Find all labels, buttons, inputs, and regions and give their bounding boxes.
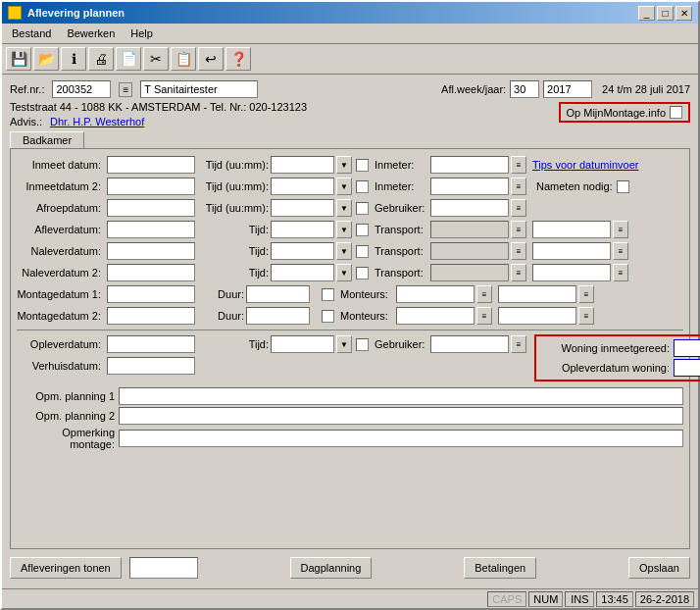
- tijd-dropdown-3[interactable]: ▼: [336, 199, 352, 217]
- ref-icon[interactable]: ≡: [119, 82, 132, 97]
- afleveringen-tonen-button[interactable]: Afleveringen tonen: [10, 557, 122, 579]
- tips-link[interactable]: Tips voor datuminvoer: [532, 159, 638, 171]
- tijd-dropdown-4[interactable]: ▼: [336, 221, 352, 238]
- save-toolbar-button[interactable]: 💾: [6, 47, 31, 71]
- advisor-link[interactable]: Dhr. H.P. Westerhof: [50, 116, 144, 127]
- tijd-input-1[interactable]: [271, 156, 334, 174]
- opslaan-button[interactable]: Opslaan: [628, 557, 690, 579]
- transport-list-btn-3[interactable]: ≡: [511, 264, 526, 281]
- tijd-dropdown-2[interactable]: ▼: [336, 178, 352, 195]
- transport-list-btn-1[interactable]: ≡: [511, 221, 526, 238]
- minimize-button[interactable]: _: [638, 6, 655, 21]
- dagplanning-button[interactable]: Dagplanning: [290, 557, 373, 579]
- gebruiker-input-1[interactable]: [430, 199, 509, 217]
- monteurs-right-list-btn-2[interactable]: ≡: [578, 307, 594, 325]
- transport-input-1[interactable]: [430, 221, 509, 238]
- montage-checkbox-2[interactable]: [322, 310, 334, 323]
- nameten-checkbox[interactable]: [617, 180, 629, 193]
- transport-right-input-2[interactable]: [532, 242, 611, 260]
- print-toolbar-button[interactable]: 🖨: [88, 47, 114, 71]
- monteurs-list-btn-2[interactable]: ≡: [476, 307, 492, 325]
- monteurs-input-1[interactable]: [396, 285, 475, 303]
- opmerking-montage-input[interactable]: [119, 430, 683, 447]
- tijd-dropdown-1[interactable]: ▼: [336, 156, 352, 174]
- tijd-dropdown-5[interactable]: ▼: [336, 242, 352, 260]
- duur-input-1[interactable]: [246, 285, 310, 303]
- transport-right-input-1[interactable]: [532, 221, 611, 238]
- tijd-input-3[interactable]: [271, 199, 334, 217]
- oplever-gebruiker-input[interactable]: [430, 335, 509, 353]
- oplever-datum-input[interactable]: [107, 335, 195, 353]
- opleverdatum-woning-input[interactable]: [674, 359, 700, 377]
- checkbox-1[interactable]: [356, 159, 369, 172]
- transport-list-btn-2[interactable]: ≡: [511, 242, 526, 260]
- week-input[interactable]: [510, 80, 539, 98]
- info-toolbar-button[interactable]: ℹ: [61, 47, 86, 71]
- woning-inmeetgereed-label: Woning inmeetgereed:: [542, 342, 670, 354]
- duur-input-2[interactable]: [246, 307, 310, 325]
- menu-help[interactable]: Help: [125, 25, 159, 41]
- betalingen-button[interactable]: Betalingen: [464, 557, 536, 579]
- inmeter-input-2[interactable]: [430, 178, 509, 195]
- checkbox-6[interactable]: [356, 267, 369, 280]
- checkbox-4[interactable]: [356, 224, 369, 236]
- checkbox-5[interactable]: [356, 245, 369, 258]
- paste-toolbar-button[interactable]: 📋: [171, 47, 196, 71]
- tijd-input-6[interactable]: [271, 264, 334, 281]
- monteurs-right-input-1[interactable]: [498, 285, 576, 303]
- tijd-input-2[interactable]: [271, 178, 334, 195]
- oplever-checkbox[interactable]: [356, 338, 369, 351]
- gebruiker-list-btn-1[interactable]: ≡: [511, 199, 526, 217]
- ref-input[interactable]: [52, 80, 111, 98]
- inmeter-list-btn-1[interactable]: ≡: [511, 156, 526, 174]
- menu-bewerken[interactable]: Bewerken: [61, 25, 121, 41]
- transport-input-3[interactable]: [430, 264, 509, 281]
- monteurs-input-2[interactable]: [396, 307, 475, 325]
- tijd-input-5[interactable]: [271, 242, 334, 260]
- monteurs-right-input-2[interactable]: [498, 307, 576, 325]
- copy-toolbar-button[interactable]: 📄: [116, 47, 141, 71]
- woning-inmeetgereed-input[interactable]: [674, 339, 700, 357]
- inmeet-datum2-input[interactable]: [107, 178, 195, 195]
- checkbox-3[interactable]: [356, 202, 369, 215]
- verhuis-datum-input[interactable]: [107, 357, 195, 375]
- montage-datum2-input[interactable]: [107, 307, 195, 325]
- aflever-datum-input[interactable]: [107, 221, 195, 238]
- name-input[interactable]: [140, 80, 258, 98]
- spacer-input[interactable]: [129, 557, 198, 579]
- tab-badkamer[interactable]: Badkamer: [10, 131, 84, 148]
- transport-right-list-btn-3[interactable]: ≡: [613, 264, 628, 281]
- mijnmontage-checkbox[interactable]: [670, 106, 682, 119]
- help-toolbar-button[interactable]: ❓: [225, 47, 251, 71]
- nalever-datum2-input[interactable]: [107, 264, 195, 281]
- opm-planning1-input[interactable]: [119, 387, 683, 405]
- opm-planning2-input[interactable]: [119, 407, 683, 425]
- checkbox-2[interactable]: [356, 180, 369, 193]
- open-toolbar-button[interactable]: 📂: [33, 47, 59, 71]
- transport-right-list-btn-1[interactable]: ≡: [613, 221, 628, 238]
- inmeter-list-btn-2[interactable]: ≡: [511, 178, 526, 195]
- time-indicator: 13:45: [596, 591, 633, 607]
- montage-datum1-input[interactable]: [107, 285, 195, 303]
- monteurs-list-btn-1[interactable]: ≡: [476, 285, 492, 303]
- tijd-input-4[interactable]: [271, 221, 334, 238]
- transport-right-list-btn-2[interactable]: ≡: [613, 242, 628, 260]
- montage-checkbox-1[interactable]: [322, 288, 334, 301]
- year-input[interactable]: [543, 80, 592, 98]
- maximize-button[interactable]: □: [657, 6, 674, 21]
- undo-toolbar-button[interactable]: ↩: [198, 47, 224, 71]
- transport-input-2[interactable]: [430, 242, 509, 260]
- afroep-datum-input[interactable]: [107, 199, 195, 217]
- oplever-tijd-dropdown[interactable]: ▼: [336, 335, 352, 353]
- transport-right-input-3[interactable]: [532, 264, 611, 281]
- menu-bestand[interactable]: Bestand: [6, 25, 57, 41]
- tijd-dropdown-6[interactable]: ▼: [336, 264, 352, 281]
- monteurs-right-list-btn-1[interactable]: ≡: [578, 285, 594, 303]
- oplever-gebruiker-list-btn[interactable]: ≡: [511, 335, 526, 353]
- inmeet-datum-input[interactable]: [107, 156, 195, 174]
- close-button[interactable]: ✕: [675, 6, 692, 21]
- cut-toolbar-button[interactable]: ✂: [143, 47, 169, 71]
- oplever-tijd-input[interactable]: [271, 335, 334, 353]
- inmeter-input-1[interactable]: [430, 156, 509, 174]
- nalever-datum-input[interactable]: [107, 242, 195, 260]
